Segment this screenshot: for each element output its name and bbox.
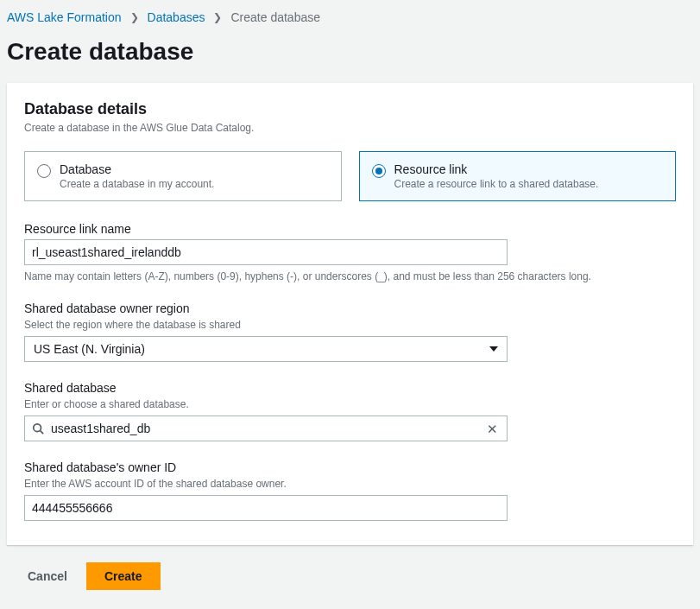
option-database-desc: Create a database in my account. bbox=[60, 178, 329, 190]
panel-description: Create a database in the AWS Glue Data C… bbox=[24, 122, 676, 134]
breadcrumb: AWS Lake Formation ❯ Databases ❯ Create … bbox=[0, 0, 700, 31]
radio-icon bbox=[37, 164, 51, 178]
chevron-right-icon: ❯ bbox=[213, 11, 222, 23]
shared-database-label: Shared database bbox=[24, 381, 676, 395]
svg-line-1 bbox=[41, 431, 44, 435]
option-resource-link-title: Resource link bbox=[394, 162, 664, 176]
option-database[interactable]: Database Create a database in my account… bbox=[24, 151, 342, 201]
option-database-title: Database bbox=[60, 162, 329, 176]
owner-region-group: Shared database owner region Select the … bbox=[24, 301, 676, 362]
shared-database-group: Shared database Enter or choose a shared… bbox=[24, 381, 676, 441]
breadcrumb-current: Create database bbox=[230, 10, 320, 24]
resource-link-name-hint: Name may contain letters (A-Z), numbers … bbox=[24, 270, 676, 282]
resource-link-name-input[interactable] bbox=[24, 239, 508, 265]
page-title: Create database bbox=[0, 31, 700, 83]
option-resource-link[interactable]: Resource link Create a resource link to … bbox=[359, 151, 677, 201]
panel-body: Database Create a database in my account… bbox=[7, 148, 693, 545]
resource-link-name-label: Resource link name bbox=[24, 222, 676, 236]
breadcrumb-link-service[interactable]: AWS Lake Formation bbox=[7, 10, 122, 24]
radio-icon bbox=[372, 164, 386, 178]
shared-database-input[interactable] bbox=[51, 422, 478, 435]
owner-id-group: Shared database's owner ID Enter the AWS… bbox=[24, 460, 676, 521]
resource-link-name-group: Resource link name Name may contain lett… bbox=[24, 222, 676, 282]
breadcrumb-link-databases[interactable]: Databases bbox=[148, 10, 205, 24]
owner-id-input[interactable] bbox=[24, 495, 508, 521]
search-icon bbox=[32, 422, 44, 435]
option-resource-link-desc: Create a resource link to a shared datab… bbox=[394, 178, 664, 190]
owner-region-select[interactable]: US East (N. Virginia) bbox=[24, 336, 508, 362]
form-actions: Cancel Create bbox=[0, 559, 700, 604]
owner-id-help: Enter the AWS account ID of the shared d… bbox=[24, 478, 676, 490]
chevron-right-icon: ❯ bbox=[130, 11, 139, 23]
owner-region-value: US East (N. Virginia) bbox=[34, 342, 145, 356]
cancel-button[interactable]: Cancel bbox=[24, 562, 71, 590]
owner-region-help: Select the region where the database is … bbox=[24, 319, 676, 331]
shared-database-help: Enter or choose a shared database. bbox=[24, 398, 676, 410]
svg-point-0 bbox=[34, 424, 41, 432]
database-details-panel: Database details Create a database in th… bbox=[7, 83, 693, 545]
chevron-down-icon bbox=[489, 346, 498, 352]
shared-database-search[interactable]: ✕ bbox=[24, 416, 508, 441]
owner-region-label: Shared database owner region bbox=[24, 301, 676, 315]
close-icon[interactable]: ✕ bbox=[485, 422, 500, 435]
create-button[interactable]: Create bbox=[86, 562, 161, 590]
db-type-option-row: Database Create a database in my account… bbox=[24, 151, 676, 201]
owner-id-label: Shared database's owner ID bbox=[24, 460, 676, 474]
panel-title: Database details bbox=[24, 100, 676, 118]
panel-header: Database details Create a database in th… bbox=[7, 83, 693, 148]
